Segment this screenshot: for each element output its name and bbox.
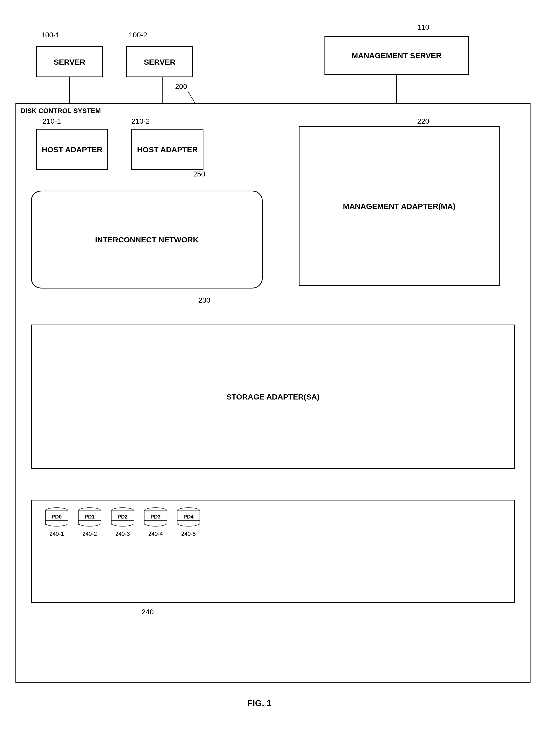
server-2-box: SERVER — [126, 46, 193, 77]
ref-240: 240 — [142, 608, 154, 616]
pd3-label: PD3 — [151, 514, 161, 520]
storage-adapter-box: STORAGE ADAPTER(SA) — [31, 324, 515, 469]
figure-label: FIG. 1 — [247, 698, 271, 708]
host-adapter-1-box: HOST ADAPTER — [36, 129, 108, 170]
management-server-label: MANAGEMENT SERVER — [351, 50, 441, 61]
storage-adapter-label: STORAGE ADAPTER(SA) — [227, 392, 320, 402]
ref-220: 220 — [417, 117, 429, 126]
ref-210-1: 210-1 — [42, 117, 61, 126]
pd4-label: PD4 — [184, 514, 194, 520]
server-1-label: SERVER — [54, 57, 85, 67]
pd1-ref: 240-2 — [82, 530, 97, 537]
ref-110: 110 — [417, 23, 429, 31]
disk-control-system-label: DISK CONTROL SYSTEM — [21, 107, 101, 115]
ref-250: 250 — [193, 170, 205, 178]
host-adapter-2-box: HOST ADAPTER — [131, 129, 203, 170]
pd1-label: PD1 — [85, 514, 95, 520]
pd0-label: PD0 — [52, 514, 62, 520]
pd-group: PD0 240-1 PD1 240-2 PD2 240-3 — [44, 506, 201, 537]
host-adapter-2-label: HOST ADAPTER — [137, 144, 198, 154]
management-server-box: MANAGEMENT SERVER — [324, 36, 469, 75]
ref-100-1: 100-1 — [41, 31, 60, 39]
pd4-ref: 240-5 — [181, 530, 196, 537]
pd2-label: PD2 — [118, 514, 128, 520]
ref-200: 200 — [175, 82, 187, 91]
pd4-item: PD4 240-5 — [176, 506, 201, 537]
pd3-ref: 240-4 — [148, 530, 163, 537]
ref-230: 230 — [198, 296, 210, 305]
ref-100-2: 100-2 — [129, 31, 147, 39]
pd2-item: PD2 240-3 — [110, 506, 135, 537]
interconnect-network-box: INTERCONNECT NETWORK — [31, 191, 263, 288]
ref-210-2: 210-2 — [131, 117, 150, 126]
svg-line-4 — [188, 92, 196, 104]
server-1-box: SERVER — [36, 46, 103, 77]
management-adapter-label: MANAGEMENT ADAPTER(MA) — [343, 201, 455, 211]
pd3-item: PD3 240-4 — [143, 506, 168, 537]
pd0-ref: 240-1 — [49, 530, 64, 537]
host-adapter-1-label: HOST ADAPTER — [42, 144, 103, 154]
pd2-ref: 240-3 — [115, 530, 130, 537]
management-adapter-box: MANAGEMENT ADAPTER(MA) — [299, 126, 499, 286]
server-2-label: SERVER — [144, 57, 176, 67]
interconnect-network-label: INTERCONNECT NETWORK — [95, 235, 199, 245]
pd1-item: PD1 240-2 — [77, 506, 103, 537]
pd0-item: PD0 240-1 — [44, 506, 70, 537]
